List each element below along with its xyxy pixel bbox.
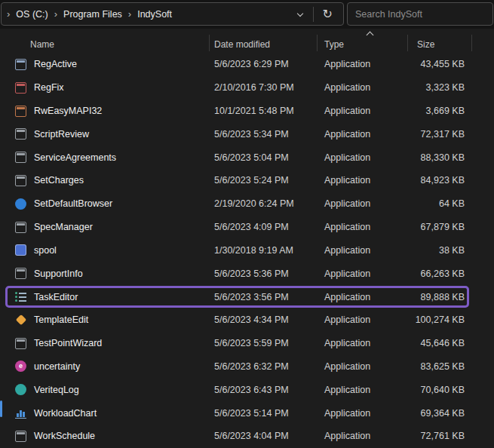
column-header-date-modified[interactable]: Date modified bbox=[209, 29, 317, 53]
file-type: Application bbox=[317, 152, 407, 163]
nav-selection-accent bbox=[0, 400, 2, 417]
file-name-cell: WorkSchedule bbox=[0, 431, 209, 442]
file-size: 88,330 KB bbox=[407, 152, 471, 163]
file-name: RegFix bbox=[34, 82, 64, 93]
file-row[interactable]: TemplateEdit5/6/2023 4:34 PMApplication1… bbox=[0, 308, 494, 332]
column-header-type[interactable]: Type bbox=[317, 29, 407, 53]
file-date-modified: 10/1/2021 5:48 PM bbox=[209, 106, 317, 116]
file-date-modified: 5/6/2023 4:34 PM bbox=[209, 315, 317, 325]
file-row[interactable]: TestPointWizard5/6/2023 5:59 PMApplicati… bbox=[0, 332, 494, 355]
column-header-size[interactable]: Size bbox=[407, 29, 471, 53]
file-type: Application bbox=[317, 59, 407, 69]
breadcrumb-indysoft[interactable]: IndySoft bbox=[132, 7, 177, 22]
file-name-cell: VeriteqLog bbox=[0, 384, 209, 395]
address-dropdown-chevron-icon[interactable] bbox=[296, 10, 302, 16]
file-row[interactable]: SpecManager5/6/2023 4:09 PMApplication67… bbox=[0, 216, 494, 239]
file-size: 72,761 KB bbox=[407, 431, 471, 441]
column-header-name[interactable]: Name bbox=[0, 29, 209, 53]
regfix-app-icon bbox=[15, 82, 26, 94]
refresh-icon[interactable]: ↻ bbox=[317, 8, 339, 20]
file-name: VeriteqLog bbox=[34, 385, 79, 395]
file-name: TemplateEdit bbox=[34, 315, 88, 325]
file-name-cell: ServiceAgreements bbox=[0, 152, 209, 163]
file-date-modified: 1/30/2018 9:19 AM bbox=[209, 245, 317, 256]
file-name-cell: SetCharges bbox=[0, 175, 209, 186]
supportinfo-app-icon bbox=[15, 268, 26, 279]
file-type: Application bbox=[317, 106, 407, 116]
file-name: SupportInfo bbox=[34, 268, 83, 279]
file-row[interactable]: spool1/30/2018 9:19 AMApplication38 KB bbox=[0, 239, 494, 262]
address-divider bbox=[313, 7, 314, 22]
file-name-cell: RegFix bbox=[0, 82, 209, 94]
file-row-selected[interactable]: TaskEditor5/6/2023 3:56 PMApplication89,… bbox=[0, 285, 494, 308]
file-date-modified: 5/6/2023 6:32 PM bbox=[209, 361, 317, 372]
file-name-cell: ScriptReview bbox=[0, 128, 209, 140]
spool-app-icon bbox=[15, 244, 26, 256]
file-name: SetDefaultBrowser bbox=[34, 198, 112, 209]
file-row[interactable]: SetDefaultBrowser2/19/2020 6:24 PMApplic… bbox=[0, 192, 494, 216]
file-row[interactable]: ScriptReview5/6/2023 5:34 PMApplication7… bbox=[0, 122, 494, 146]
file-row[interactable]: WorkSchedule5/6/2023 4:04 PMApplication7… bbox=[0, 425, 494, 448]
file-name: uncertainty bbox=[34, 361, 80, 372]
file-date-modified: 5/6/2023 5:34 PM bbox=[209, 129, 317, 140]
file-size: 64 KB bbox=[407, 198, 471, 209]
file-row[interactable]: VeriteqLog5/6/2023 6:43 PMApplication70,… bbox=[0, 378, 494, 401]
file-name-cell: spool bbox=[0, 244, 209, 256]
file-size: 84,923 KB bbox=[407, 175, 471, 186]
file-type: Application bbox=[317, 268, 407, 279]
file-type: Application bbox=[317, 175, 407, 186]
breadcrumb-drive[interactable]: OS (C:) bbox=[11, 7, 53, 22]
file-name-cell: euncertainty bbox=[0, 361, 209, 372]
file-date-modified: 2/19/2020 6:24 PM bbox=[209, 198, 317, 209]
testpointwizard-app-icon bbox=[15, 338, 26, 349]
file-size: 43,455 KB bbox=[407, 59, 471, 69]
file-date-modified: 5/6/2023 5:04 PM bbox=[209, 152, 317, 163]
file-name: spool bbox=[34, 245, 57, 256]
file-name-cell: TestPointWizard bbox=[0, 338, 209, 349]
file-row[interactable]: RegFix2/10/2016 7:30 PMApplication3,323 … bbox=[0, 76, 494, 100]
file-name-cell: SupportInfo bbox=[0, 268, 209, 279]
file-row[interactable]: RwEasyMAPI3210/1/2021 5:48 PMApplication… bbox=[0, 100, 494, 123]
file-row[interactable]: RegActive5/6/2023 6:29 PMApplication43,4… bbox=[0, 53, 494, 76]
address-bar[interactable]: › OS (C:) › Program Files › IndySoft ↻ bbox=[1, 2, 344, 26]
file-size: 3,323 KB bbox=[407, 82, 471, 93]
column-separator bbox=[407, 35, 408, 51]
file-size: 45,646 KB bbox=[407, 338, 471, 348]
column-separator bbox=[317, 35, 318, 51]
file-name-cell: RegActive bbox=[0, 59, 209, 70]
workloadchart-app-icon bbox=[15, 407, 26, 419]
column-separator bbox=[471, 35, 472, 51]
column-separator bbox=[209, 35, 210, 51]
file-type: Application bbox=[317, 82, 407, 93]
file-name: WorkSchedule bbox=[34, 431, 95, 441]
file-date-modified: 5/6/2023 5:24 PM bbox=[209, 175, 317, 186]
search-box[interactable] bbox=[347, 2, 493, 26]
file-name-cell: SpecManager bbox=[0, 222, 209, 233]
veriteqlog-app-icon bbox=[15, 384, 26, 395]
file-row[interactable]: euncertainty5/6/2023 6:32 PMApplication8… bbox=[0, 355, 494, 379]
file-name-cell: RwEasyMAPI32 bbox=[0, 106, 209, 117]
file-type: Application bbox=[317, 408, 407, 419]
file-type: Application bbox=[317, 385, 407, 395]
file-row[interactable]: WorkloadChart5/6/2023 5:14 PMApplication… bbox=[0, 401, 494, 425]
file-date-modified: 2/10/2016 7:30 PM bbox=[209, 82, 317, 93]
file-type: Application bbox=[317, 245, 407, 256]
file-list: RegActive5/6/2023 6:29 PMApplication43,4… bbox=[0, 53, 494, 448]
file-row[interactable]: ServiceAgreements5/6/2023 5:04 PMApplica… bbox=[0, 146, 494, 169]
templateedit-app-icon bbox=[15, 315, 26, 326]
file-row[interactable]: SetCharges5/6/2023 5:24 PMApplication84,… bbox=[0, 169, 494, 192]
toolbar: › OS (C:) › Program Files › IndySoft ↻ bbox=[0, 0, 494, 29]
file-name: RegActive bbox=[34, 59, 77, 69]
workschedule-app-icon bbox=[15, 431, 26, 442]
file-size: 3,669 KB bbox=[407, 106, 471, 116]
file-name-cell: TaskEditor bbox=[0, 291, 209, 302]
breadcrumb-program-files[interactable]: Program Files bbox=[58, 7, 127, 22]
file-name-cell: WorkloadChart bbox=[0, 407, 209, 419]
taskeditor-app-icon bbox=[15, 291, 26, 302]
scriptreview-app-icon bbox=[15, 128, 26, 140]
file-name: WorkloadChart bbox=[34, 408, 97, 419]
search-input[interactable] bbox=[355, 9, 485, 20]
file-size: 100,274 KB bbox=[407, 315, 471, 325]
file-size: 38 KB bbox=[407, 245, 471, 256]
file-row[interactable]: SupportInfo5/6/2023 5:36 PMApplication66… bbox=[0, 262, 494, 285]
